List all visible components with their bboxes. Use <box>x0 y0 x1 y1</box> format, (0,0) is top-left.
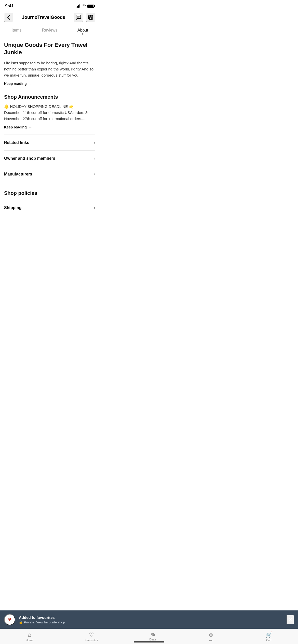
back-button[interactable] <box>4 13 13 22</box>
owner-shop-members-item[interactable]: Owner and shop members › <box>4 151 95 166</box>
tabs: Items Reviews About <box>0 25 99 35</box>
tab-active-indicator <box>82 33 84 35</box>
share-button[interactable] <box>86 13 95 22</box>
shop-description: Life isn't supposed to be boring, right?… <box>4 60 95 78</box>
shop-policies-section: Shop policies Shipping › <box>4 190 95 217</box>
chevron-right-icon-4: › <box>94 205 95 210</box>
chat-button[interactable] <box>74 13 83 22</box>
chevron-right-icon-3: › <box>94 171 95 177</box>
announcement-text: 🌟 HOLIDAY SHOPPING DEADLINE 🌟 December 1… <box>4 104 95 122</box>
keep-reading-announcement[interactable]: Keep reading → <box>4 125 95 129</box>
shop-title: JournoTravelGoods <box>13 15 74 20</box>
nav-header: JournoTravelGoods <box>0 11 99 25</box>
info-list: Related links › Owner and shop members ›… <box>4 135 95 182</box>
wifi-icon <box>82 4 86 8</box>
arrow-right-icon-2: → <box>28 125 32 129</box>
arrow-right-icon: → <box>28 81 32 86</box>
announcements-title: Shop Announcements <box>4 94 95 100</box>
tab-items[interactable]: Items <box>0 25 33 35</box>
status-time: 9:41 <box>5 4 14 9</box>
shop-tagline: Unique Goods For Every Travel Junkie <box>4 41 95 56</box>
signal-icon <box>76 5 80 8</box>
manufacturers-item[interactable]: Manufacturers › <box>4 166 95 182</box>
keep-reading-description[interactable]: Keep reading → <box>4 81 95 86</box>
related-links-item[interactable]: Related links › <box>4 135 95 151</box>
nav-actions <box>74 13 95 22</box>
tab-about[interactable]: About <box>66 25 99 35</box>
chevron-right-icon: › <box>94 140 95 145</box>
about-content: Unique Goods For Every Travel Junkie Lif… <box>0 35 99 217</box>
chevron-right-icon-2: › <box>94 156 95 161</box>
shop-policies-title: Shop policies <box>4 190 95 196</box>
status-bar: 9:41 <box>0 0 99 11</box>
tab-reviews[interactable]: Reviews <box>33 25 66 35</box>
status-icons <box>76 4 94 8</box>
shipping-item[interactable]: Shipping › <box>4 200 95 215</box>
battery-icon <box>87 5 94 8</box>
